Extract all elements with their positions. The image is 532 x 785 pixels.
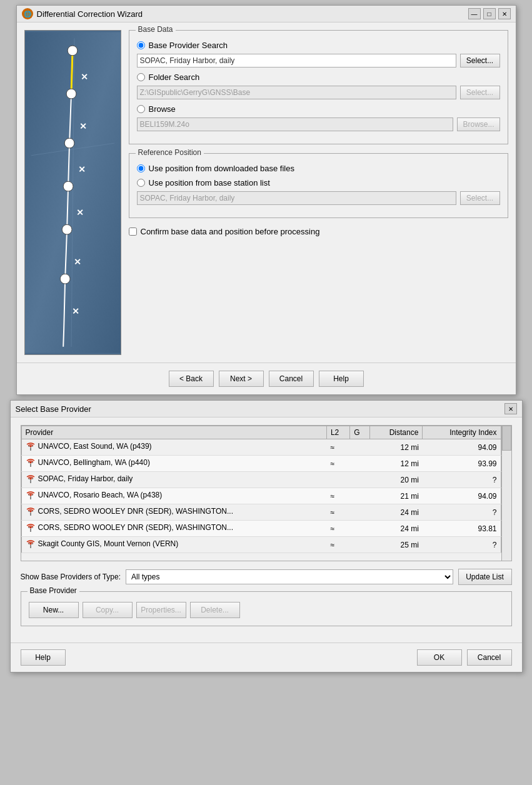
folder-input-row: Select... [137, 86, 500, 99]
base-provider-input[interactable] [137, 54, 456, 68]
filter-label: Show Base Providers of Type: [21, 572, 121, 581]
integrity-cell: ? [423, 472, 501, 488]
provider-table-body: UNAVCO, East Sound, WA (p439) ≈12 mi94.0… [21, 439, 501, 553]
radio-browse[interactable] [137, 105, 145, 113]
delete-button: Delete... [190, 602, 240, 618]
bottom-dialog-footer: Help OK Cancel [11, 642, 522, 672]
table-row[interactable]: UNAVCO, East Sound, WA (p439) ≈12 mi94.0… [21, 439, 501, 456]
update-list-button[interactable]: Update List [458, 569, 512, 585]
svg-text:✕: ✕ [73, 257, 81, 267]
next-button[interactable]: Next > [219, 371, 264, 387]
svg-rect-29 [30, 512, 31, 516]
bottom-dialog-title: Select Base Provider [16, 404, 91, 414]
svg-rect-23 [30, 480, 31, 483]
integrity-cell: 93.99 [423, 456, 501, 472]
l2-cell: ≈ [326, 504, 349, 521]
top-dialog-footer: < Back Next > Cancel Help [17, 362, 516, 394]
bottom-titlebar-controls: ✕ [504, 403, 517, 414]
minimize-button[interactable]: — [468, 8, 481, 19]
provider-cell: SOPAC, Friday Harbor, daily [21, 472, 326, 488]
bottom-dialog-body: Provider L2 G Distance Integrity Index U… [11, 418, 522, 642]
radio-use-pos-downloaded[interactable] [137, 164, 145, 172]
integrity-cell: 94.09 [423, 439, 501, 456]
bottom-close-button[interactable]: ✕ [504, 403, 517, 414]
top-dialog-body: ✕ ✕ ✕ ✕ ✕ ✕ Base Data [17, 22, 516, 362]
svg-rect-35 [30, 545, 31, 548]
base-provider-input-row: Select... [137, 54, 500, 68]
svg-point-5 [68, 46, 78, 56]
scrollbar-thumb[interactable] [502, 426, 511, 451]
base-provider-buttons: New... Copy... Properties... Delete... [29, 602, 504, 618]
provider-cell: UNAVCO, Rosario Beach, WA (p438) [21, 488, 326, 504]
new-button[interactable]: New... [29, 602, 79, 618]
radio-use-pos-list-label: Use position from base station list [149, 178, 270, 188]
back-button[interactable]: < Back [169, 371, 214, 387]
svg-text:✕: ✕ [76, 208, 83, 218]
base-provider-group: Base Provider New... Copy... Properties.… [21, 591, 512, 626]
distance-cell: 25 mi [369, 537, 423, 553]
maximize-button[interactable]: □ [483, 8, 496, 19]
distance-cell: 12 mi [369, 439, 423, 456]
cancel-button[interactable]: Cancel [269, 371, 314, 387]
radio-use-pos-list[interactable] [137, 179, 145, 187]
svg-point-25 [29, 478, 31, 480]
table-row[interactable]: SOPAC, Friday Harbor, daily 20 mi? [21, 472, 501, 488]
svg-rect-17 [30, 448, 31, 451]
confirm-label: Confirm base data and position before pr… [141, 227, 320, 236]
svg-point-8 [63, 181, 73, 191]
map-svg: ✕ ✕ ✕ ✕ ✕ ✕ [25, 31, 121, 354]
bottom-ok-button[interactable]: OK [417, 649, 462, 666]
table-row[interactable]: UNAVCO, Bellingham, WA (p440) ≈12 mi93.9… [21, 456, 501, 472]
svg-point-22 [29, 462, 31, 464]
provider-cell: CORS, SEDRO WOOLEY DNR (SEDR), WASHINGTO… [21, 521, 326, 537]
l2-cell: ≈ [326, 537, 349, 553]
reference-position-title: Reference Position [136, 148, 204, 157]
l2-cell: ≈ [326, 521, 349, 537]
radio-folder-label: Folder Search [149, 72, 200, 82]
bottom-titlebar-left: Select Base Provider [16, 404, 91, 414]
base-provider-select-button[interactable]: Select... [460, 54, 500, 68]
scrollbar-track[interactable] [501, 426, 511, 561]
radio-browse-row: Browse [137, 104, 500, 114]
folder-select-button: Select... [460, 86, 500, 99]
confirm-checkbox[interactable] [129, 228, 137, 236]
distance-cell: 21 mi [369, 488, 423, 504]
antenna-icon [26, 458, 36, 468]
bottom-cancel-button[interactable]: Cancel [467, 649, 512, 666]
provider-cell: CORS, SEDRO WOOLEY DNR (SEDR), WASHINGTO… [21, 504, 326, 521]
radio-base-provider-row: Base Provider Search [137, 41, 500, 50]
titlebar-left: 🌐 Differential Correction Wizard [22, 8, 143, 19]
svg-text:✕: ✕ [72, 306, 79, 316]
copy-button: Copy... [83, 602, 133, 618]
bottom-dialog-titlebar: Select Base Provider ✕ [11, 401, 522, 418]
g-cell [350, 521, 370, 537]
filter-select[interactable]: All typesCORSSOPACUNAVCO [126, 569, 453, 584]
radio-folder[interactable] [137, 73, 145, 81]
svg-point-31 [29, 511, 31, 512]
app-icon: 🌐 [22, 8, 33, 19]
antenna-icon [26, 506, 36, 516]
svg-point-37 [29, 543, 31, 545]
svg-point-19 [29, 446, 31, 448]
antenna-icon [26, 490, 36, 500]
table-row[interactable]: CORS, SEDRO WOOLEY DNR (SEDR), WASHINGTO… [21, 521, 501, 537]
properties-button: Properties... [136, 602, 186, 618]
close-button[interactable]: ✕ [498, 8, 511, 19]
table-row[interactable]: UNAVCO, Rosario Beach, WA (p438) ≈21 mi9… [21, 488, 501, 504]
help-button[interactable]: Help [319, 371, 364, 387]
base-provider-group-title: Base Provider [28, 586, 79, 595]
table-row[interactable]: CORS, SEDRO WOOLEY DNR (SEDR), WASHINGTO… [21, 504, 501, 521]
browse-button: Browse... [457, 118, 499, 131]
svg-point-28 [29, 494, 31, 496]
antenna-icon [26, 522, 36, 532]
g-cell [350, 456, 370, 472]
top-dialog-titlebar: 🌐 Differential Correction Wizard — □ ✕ [17, 6, 516, 22]
bottom-help-button[interactable]: Help [21, 649, 66, 666]
radio-base-provider[interactable] [137, 41, 145, 49]
svg-line-4 [71, 51, 73, 94]
svg-point-10 [60, 274, 70, 284]
radio-use-pos-downloaded-row: Use position from downloaded base files [137, 164, 500, 173]
table-row[interactable]: Skagit County GIS, Mount Vernon (VERN) ≈… [21, 537, 501, 553]
integrity-cell: ? [423, 537, 501, 553]
g-cell [350, 504, 370, 521]
